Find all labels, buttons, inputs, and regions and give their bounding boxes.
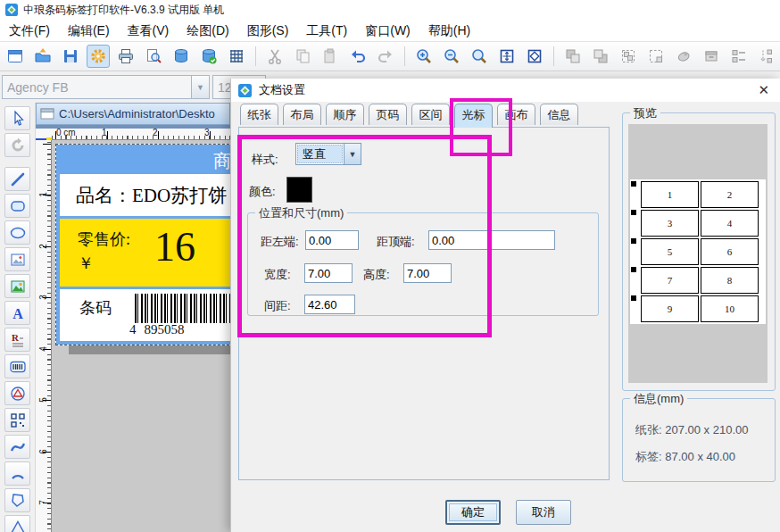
cursor-style-combo[interactable]: 竖直 ▼ (295, 143, 361, 165)
triangle-icon (9, 519, 27, 532)
new-document-button[interactable] (4, 45, 27, 68)
cut-button (263, 45, 286, 68)
open-file-button[interactable] (31, 45, 54, 68)
dialog-tab-5[interactable]: 区间 (411, 104, 450, 125)
rotate-icon (9, 137, 27, 154)
dialog-tab-8[interactable]: 信息 (540, 104, 578, 125)
rich-text-tool-button[interactable]: R (4, 328, 30, 352)
distribute-button (755, 45, 778, 68)
paper-size-value: 207.00 x 210.00 (665, 423, 748, 436)
price-label-text: 零售价: (78, 229, 130, 250)
picture-tool-button[interactable] (4, 274, 30, 298)
main-toolbar (0, 41, 780, 71)
undo-icon (349, 47, 367, 65)
dialog-tab-1[interactable]: 纸张 (240, 104, 278, 125)
preview-group-title: 预览 (630, 105, 660, 121)
toolbar-separator (553, 46, 554, 66)
polygon-tool-button[interactable] (4, 488, 30, 512)
top-distance-input[interactable] (428, 230, 555, 250)
database-import-button[interactable] (197, 45, 220, 68)
font-family-combo[interactable]: Agency FB ▼ (2, 75, 210, 99)
curve-tool-button[interactable] (4, 435, 30, 459)
zoom-tool-button[interactable] (468, 45, 491, 68)
ruler-number: 0 cm (56, 128, 76, 137)
image-tool-button[interactable] (4, 247, 30, 271)
label-price-row[interactable]: 零售价: ￥ 16 (60, 219, 230, 287)
save-button[interactable] (59, 45, 82, 68)
ungroup-button (644, 45, 668, 68)
menu-item-4[interactable]: 绘图(D) (178, 20, 237, 41)
triangle-tool-button[interactable] (4, 515, 30, 532)
zoom-in-icon (415, 47, 433, 65)
tool-palette: AR (0, 103, 36, 532)
fit-page-button[interactable] (523, 45, 546, 68)
align-button (727, 45, 751, 68)
menu-item-3[interactable]: 查看(V) (119, 20, 178, 41)
cursor-mark (631, 181, 636, 187)
svg-text:R: R (12, 332, 20, 343)
zoom-out-button[interactable] (440, 45, 463, 68)
ruler-number: 4 (37, 342, 49, 356)
font-family-dropdown-icon[interactable]: ▼ (191, 76, 209, 98)
toolbar-separator (255, 46, 256, 66)
style-dropdown-icon[interactable]: ▼ (344, 144, 361, 164)
fit-selection-button[interactable] (495, 45, 519, 68)
align-icon (730, 47, 748, 65)
ellipse-tool-button[interactable] (4, 220, 30, 245)
cut-icon (266, 47, 284, 65)
color-label: 颜色: (249, 184, 276, 200)
menu-item-7[interactable]: 窗口(W) (356, 20, 419, 41)
label-barcode-row[interactable]: 条码 4 895058 (60, 289, 230, 341)
line-icon (9, 170, 27, 188)
text-tool-button[interactable]: A (4, 301, 30, 325)
left-distance-label: 距左端: (261, 234, 299, 250)
polygon-icon (9, 492, 27, 510)
label-page[interactable]: 商 品名：EDO苏打饼 零售价: ￥ 16 条码 4 895058 (55, 144, 230, 345)
font-family-value: Agency FB (3, 80, 191, 95)
arc-tool-button[interactable] (4, 461, 30, 486)
document-settings-button[interactable] (87, 45, 110, 68)
ok-button[interactable]: 确定 (445, 500, 501, 525)
top-distance-label: 距顶端: (377, 234, 415, 250)
height-input[interactable] (403, 263, 452, 283)
select-tool-button[interactable] (4, 106, 30, 130)
menu-item-1[interactable]: 文件(F) (0, 20, 59, 41)
price-value-text: 16 (154, 223, 195, 270)
document-path: C:\Users\Administrator\Deskto (59, 107, 215, 121)
undo-button[interactable] (346, 45, 369, 68)
close-icon[interactable]: ✕ (758, 82, 769, 98)
menu-item-2[interactable]: 编辑(E) (59, 20, 119, 41)
preview-cell: 10 (701, 295, 759, 322)
label-name-row[interactable]: 品名：EDO苏打饼 (60, 174, 230, 216)
menu-item-8[interactable]: 帮助(H) (419, 20, 479, 41)
database-connection-button[interactable] (170, 45, 193, 68)
grid-toggle-button[interactable] (225, 45, 248, 68)
dialog-tab-7[interactable]: 画布 (497, 104, 535, 125)
paper-size-label: 纸张: (635, 423, 662, 436)
width-input[interactable] (304, 263, 353, 283)
cursor-color-swatch[interactable] (286, 177, 312, 203)
design-canvas[interactable]: 商 品名：EDO苏打饼 零售价: ￥ 16 条码 4 895058 (52, 140, 230, 532)
print-preview-button[interactable] (142, 45, 165, 68)
document-tab[interactable]: C:\Users\Administrator\Deskto (36, 103, 230, 125)
menu-item-5[interactable]: 图形(S) (238, 20, 298, 41)
barcode-tool-button[interactable] (4, 354, 30, 378)
shape-tool-button[interactable] (4, 381, 30, 405)
dialog-tab-2[interactable]: 布局 (283, 104, 321, 125)
ruler-number: 6 (37, 445, 49, 459)
line-tool-button[interactable] (4, 167, 30, 191)
print-button[interactable] (114, 45, 137, 68)
menu-item-6[interactable]: 工具(T) (297, 20, 356, 41)
rounded-rectangle-tool-button[interactable] (4, 194, 30, 218)
dialog-tab-4[interactable]: 页码 (369, 104, 407, 125)
preview-cell: 9 (641, 295, 699, 322)
zoom-in-button[interactable] (412, 45, 436, 68)
left-distance-input[interactable] (305, 230, 359, 250)
qr-code-tool-button[interactable] (4, 408, 30, 432)
spacing-input[interactable] (304, 295, 355, 314)
dialog-tab-6[interactable]: 光标 (454, 104, 493, 128)
cancel-button[interactable]: 取消 (516, 500, 571, 525)
preview-group: 预览 12345678910 (622, 112, 776, 391)
group-icon (619, 47, 637, 65)
dialog-tab-3[interactable]: 顺序 (326, 104, 364, 125)
